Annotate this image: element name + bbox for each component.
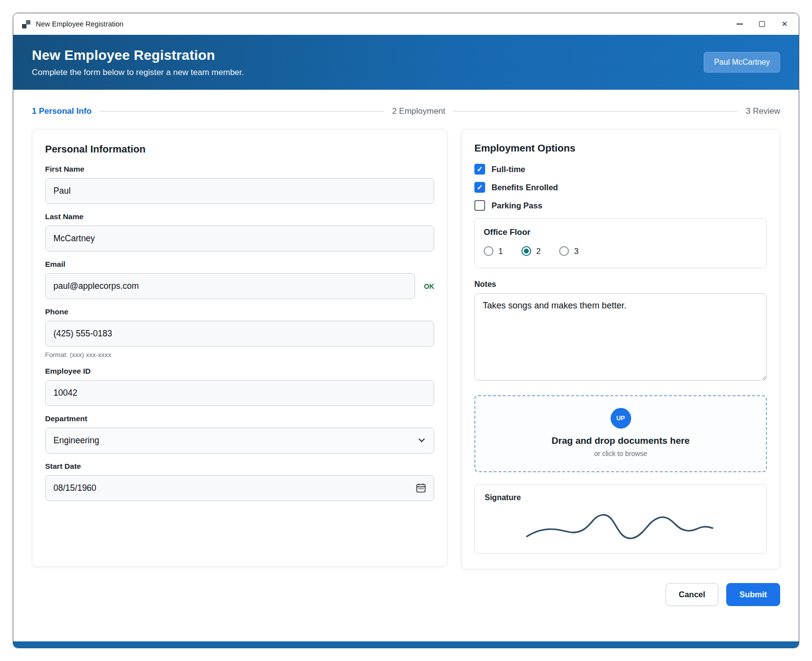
user-badge[interactable]: Paul McCartney xyxy=(704,52,780,73)
cancel-button[interactable]: Cancel xyxy=(665,583,718,606)
app-window: New Employee Registration New Employee R… xyxy=(13,13,799,648)
step-connector xyxy=(453,111,738,112)
submit-button[interactable]: Submit xyxy=(726,583,780,606)
page-subtitle: Complete the form below to register a ne… xyxy=(32,68,244,77)
step-indicator: 1 Personal Info 2 Employment 3 Review xyxy=(32,90,780,129)
checkbox-label: Benefits Enrolled xyxy=(492,183,558,192)
department-label: Department xyxy=(45,414,434,423)
employee-id-label: Employee ID xyxy=(45,367,434,376)
checkbox-parking-pass[interactable]: Parking Pass xyxy=(474,200,767,211)
document-dropzone[interactable]: UP Drag and drop documents here or click… xyxy=(474,395,767,472)
page-title: New Employee Registration xyxy=(32,48,244,63)
radio-floor-2[interactable]: 2 xyxy=(521,246,541,256)
upload-icon: UP xyxy=(611,408,631,429)
titlebar: New Employee Registration xyxy=(13,13,799,35)
signature-label: Signature xyxy=(485,493,757,502)
radio-off-icon[interactable] xyxy=(484,246,493,256)
phone-input[interactable] xyxy=(45,321,434,347)
radio-floor-1[interactable]: 1 xyxy=(484,246,503,256)
signature-drawing[interactable] xyxy=(518,504,724,549)
close-button[interactable] xyxy=(773,16,796,32)
step-employment[interactable]: 2 Employment xyxy=(392,106,445,116)
dropzone-title: Drag and drop documents here xyxy=(485,435,756,446)
minimize-icon xyxy=(737,24,743,25)
radio-label: 1 xyxy=(498,247,503,256)
radio-on-icon[interactable] xyxy=(521,246,531,256)
body: 1 Personal Info 2 Employment 3 Review Pe… xyxy=(13,90,799,641)
checkbox-label: Full-time xyxy=(492,165,525,174)
email-status-badge: OK xyxy=(424,282,434,290)
radio-off-icon[interactable] xyxy=(559,246,569,256)
step-review[interactable]: 3 Review xyxy=(746,106,780,116)
notes-textarea[interactable]: Takes songs and makes them better. xyxy=(474,293,767,381)
phone-format-hint: Format: (xxx) xxx-xxxx xyxy=(45,351,434,358)
phone-label: Phone xyxy=(45,307,434,316)
step-connector xyxy=(99,111,384,112)
checkbox-checked-icon[interactable] xyxy=(474,182,485,193)
notes-label: Notes xyxy=(474,280,767,289)
department-select[interactable]: Engineering xyxy=(45,428,434,454)
personal-information-title: Personal Information xyxy=(45,143,434,155)
office-floor-panel: Office Floor 1 2 xyxy=(474,218,767,268)
calendar-icon[interactable] xyxy=(415,482,427,494)
radio-floor-3[interactable]: 3 xyxy=(559,246,578,256)
checkbox-full-time[interactable]: Full-time xyxy=(474,164,767,175)
dropzone-subtitle: or click to browse xyxy=(485,450,756,458)
first-name-label: First Name xyxy=(45,165,434,174)
employment-options-card: Employment Options Full-time Benefits En… xyxy=(461,129,780,569)
app-window-icon xyxy=(22,20,30,28)
last-name-input[interactable] xyxy=(45,226,434,252)
office-floor-label: Office Floor xyxy=(484,228,758,237)
window-bottom-accent xyxy=(13,641,799,648)
employee-id-input[interactable] xyxy=(45,380,434,406)
maximize-icon xyxy=(759,21,765,27)
maximize-button[interactable] xyxy=(751,16,773,32)
step-personal-info[interactable]: 1 Personal Info xyxy=(32,106,92,116)
window-title: New Employee Registration xyxy=(36,20,123,28)
minimize-button[interactable] xyxy=(728,16,751,32)
signature-panel: Signature xyxy=(474,484,767,554)
checkbox-benefits-enrolled[interactable]: Benefits Enrolled xyxy=(474,182,767,193)
close-icon xyxy=(782,20,788,28)
employment-options-title: Employment Options xyxy=(474,142,767,154)
checkbox-label: Parking Pass xyxy=(492,201,542,210)
personal-information-card: Personal Information First Name Last Nam… xyxy=(32,129,447,567)
form-actions: Cancel Submit xyxy=(461,583,780,606)
radio-label: 2 xyxy=(536,247,541,256)
checkbox-unchecked-icon[interactable] xyxy=(474,200,485,211)
page-header: New Employee Registration Complete the f… xyxy=(13,35,799,90)
first-name-input[interactable] xyxy=(45,178,434,204)
checkbox-checked-icon[interactable] xyxy=(474,164,485,175)
last-name-label: Last Name xyxy=(45,212,434,221)
email-input[interactable] xyxy=(45,273,415,299)
start-date-label: Start Date xyxy=(45,462,434,471)
email-label: Email xyxy=(45,260,434,269)
start-date-input[interactable] xyxy=(45,475,434,501)
radio-label: 3 xyxy=(574,247,578,256)
